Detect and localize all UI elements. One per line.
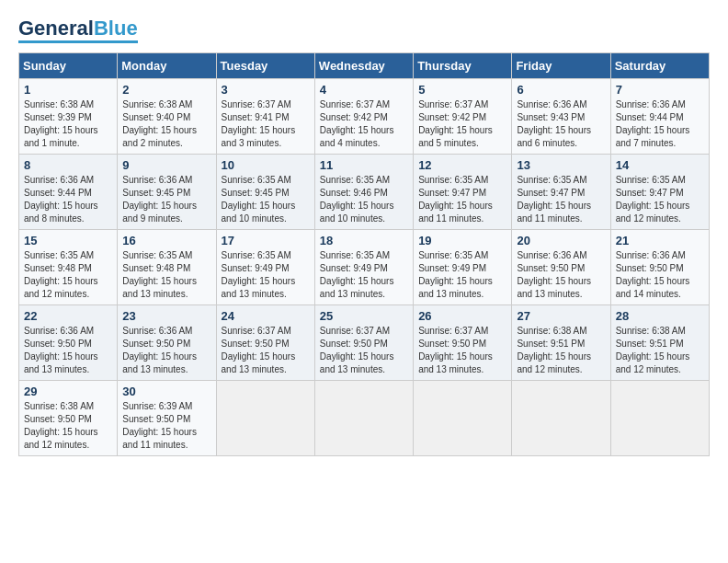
day-cell-10: 10Sunrise: 6:35 AMSunset: 9:45 PMDayligh…	[216, 155, 314, 230]
day-cell-4: 4Sunrise: 6:37 AMSunset: 9:42 PMDaylight…	[314, 79, 413, 155]
day-info: Sunrise: 6:39 AMSunset: 9:50 PMDaylight:…	[122, 400, 210, 452]
day-cell-22: 22Sunrise: 6:36 AMSunset: 9:50 PMDayligh…	[19, 305, 118, 381]
logo: GeneralBlue	[18, 18, 138, 43]
col-header-saturday: Saturday	[610, 53, 709, 79]
day-cell-20: 20Sunrise: 6:36 AMSunset: 9:50 PMDayligh…	[512, 230, 610, 305]
day-info: Sunrise: 6:35 AMSunset: 9:47 PMDaylight:…	[418, 174, 506, 225]
col-header-tuesday: Tuesday	[216, 53, 314, 79]
logo-blue: Blue	[94, 17, 138, 40]
col-header-thursday: Thursday	[414, 53, 512, 79]
day-number: 20	[517, 234, 605, 247]
day-info: Sunrise: 6:38 AMSunset: 9:51 PMDaylight:…	[616, 325, 704, 376]
empty-cell	[216, 381, 314, 456]
day-cell-14: 14Sunrise: 6:35 AMSunset: 9:47 PMDayligh…	[610, 155, 709, 230]
day-info: Sunrise: 6:35 AMSunset: 9:47 PMDaylight:…	[517, 174, 605, 225]
day-cell-16: 16Sunrise: 6:35 AMSunset: 9:48 PMDayligh…	[118, 230, 216, 305]
day-info: Sunrise: 6:35 AMSunset: 9:45 PMDaylight:…	[222, 174, 310, 225]
day-cell-7: 7Sunrise: 6:36 AMSunset: 9:44 PMDaylight…	[610, 79, 709, 155]
day-info: Sunrise: 6:36 AMSunset: 9:50 PMDaylight:…	[122, 325, 210, 376]
day-number: 18	[320, 234, 408, 247]
day-cell-18: 18Sunrise: 6:35 AMSunset: 9:49 PMDayligh…	[314, 230, 413, 305]
day-number: 6	[517, 83, 605, 97]
day-number: 22	[24, 309, 112, 323]
day-info: Sunrise: 6:37 AMSunset: 9:42 PMDaylight:…	[320, 98, 408, 150]
day-cell-9: 9Sunrise: 6:36 AMSunset: 9:45 PMDaylight…	[118, 155, 216, 230]
day-cell-25: 25Sunrise: 6:37 AMSunset: 9:50 PMDayligh…	[314, 305, 413, 381]
week-row-3: 15Sunrise: 6:35 AMSunset: 9:48 PMDayligh…	[19, 230, 710, 305]
day-cell-12: 12Sunrise: 6:35 AMSunset: 9:47 PMDayligh…	[414, 155, 512, 230]
empty-cell	[512, 381, 610, 456]
day-number: 17	[222, 234, 310, 247]
day-number: 15	[24, 234, 112, 247]
day-number: 3	[222, 83, 310, 97]
day-number: 26	[418, 309, 506, 323]
day-cell-2: 2Sunrise: 6:38 AMSunset: 9:40 PMDaylight…	[118, 79, 216, 155]
day-number: 5	[418, 83, 506, 97]
day-info: Sunrise: 6:35 AMSunset: 9:48 PMDaylight:…	[122, 249, 210, 301]
day-info: Sunrise: 6:37 AMSunset: 9:50 PMDaylight:…	[222, 325, 310, 376]
day-number: 7	[616, 83, 704, 97]
day-cell-6: 6Sunrise: 6:36 AMSunset: 9:43 PMDaylight…	[512, 79, 610, 155]
day-info: Sunrise: 6:38 AMSunset: 9:40 PMDaylight:…	[122, 98, 210, 150]
day-cell-23: 23Sunrise: 6:36 AMSunset: 9:50 PMDayligh…	[118, 305, 216, 381]
day-info: Sunrise: 6:37 AMSunset: 9:50 PMDaylight:…	[418, 325, 506, 376]
day-cell-1: 1Sunrise: 6:38 AMSunset: 9:39 PMDaylight…	[19, 79, 118, 155]
logo-line	[18, 40, 138, 43]
day-info: Sunrise: 6:35 AMSunset: 9:46 PMDaylight:…	[320, 174, 408, 225]
day-number: 23	[122, 309, 210, 323]
day-info: Sunrise: 6:35 AMSunset: 9:49 PMDaylight:…	[418, 249, 506, 301]
day-number: 9	[122, 158, 210, 172]
day-number: 24	[222, 309, 310, 323]
day-number: 28	[616, 309, 704, 323]
day-number: 16	[122, 234, 210, 247]
day-number: 19	[418, 234, 506, 247]
day-number: 2	[122, 83, 210, 97]
day-cell-27: 27Sunrise: 6:38 AMSunset: 9:51 PMDayligh…	[512, 305, 610, 381]
day-cell-28: 28Sunrise: 6:38 AMSunset: 9:51 PMDayligh…	[610, 305, 709, 381]
day-info: Sunrise: 6:37 AMSunset: 9:41 PMDaylight:…	[222, 98, 310, 150]
day-number: 30	[122, 385, 210, 398]
day-cell-11: 11Sunrise: 6:35 AMSunset: 9:46 PMDayligh…	[314, 155, 413, 230]
day-number: 13	[517, 158, 605, 172]
day-info: Sunrise: 6:36 AMSunset: 9:50 PMDaylight:…	[517, 249, 605, 301]
day-info: Sunrise: 6:36 AMSunset: 9:45 PMDaylight:…	[122, 174, 210, 225]
col-header-friday: Friday	[512, 53, 610, 79]
day-number: 10	[222, 158, 310, 172]
day-cell-19: 19Sunrise: 6:35 AMSunset: 9:49 PMDayligh…	[414, 230, 512, 305]
day-cell-3: 3Sunrise: 6:37 AMSunset: 9:41 PMDaylight…	[216, 79, 314, 155]
header-row: SundayMondayTuesdayWednesdayThursdayFrid…	[19, 53, 710, 79]
day-cell-17: 17Sunrise: 6:35 AMSunset: 9:49 PMDayligh…	[216, 230, 314, 305]
day-number: 29	[24, 385, 112, 398]
day-number: 4	[320, 83, 408, 97]
day-number: 1	[24, 83, 112, 97]
day-cell-24: 24Sunrise: 6:37 AMSunset: 9:50 PMDayligh…	[216, 305, 314, 381]
day-number: 27	[517, 309, 605, 323]
day-number: 14	[616, 158, 704, 172]
week-row-2: 8Sunrise: 6:36 AMSunset: 9:44 PMDaylight…	[19, 155, 710, 230]
day-cell-5: 5Sunrise: 6:37 AMSunset: 9:42 PMDaylight…	[414, 79, 512, 155]
empty-cell	[610, 381, 709, 456]
week-row-1: 1Sunrise: 6:38 AMSunset: 9:39 PMDaylight…	[19, 79, 710, 155]
week-row-5: 29Sunrise: 6:38 AMSunset: 9:50 PMDayligh…	[19, 381, 710, 456]
day-info: Sunrise: 6:37 AMSunset: 9:50 PMDaylight:…	[320, 325, 408, 376]
day-number: 25	[320, 309, 408, 323]
day-info: Sunrise: 6:35 AMSunset: 9:49 PMDaylight:…	[320, 249, 408, 301]
day-info: Sunrise: 6:36 AMSunset: 9:50 PMDaylight:…	[24, 325, 112, 376]
day-info: Sunrise: 6:36 AMSunset: 9:44 PMDaylight:…	[616, 98, 704, 150]
logo-general: General	[18, 17, 94, 40]
col-header-sunday: Sunday	[19, 53, 118, 79]
col-header-monday: Monday	[118, 53, 216, 79]
day-info: Sunrise: 6:38 AMSunset: 9:50 PMDaylight:…	[24, 400, 112, 452]
day-number: 11	[320, 158, 408, 172]
day-cell-30: 30Sunrise: 6:39 AMSunset: 9:50 PMDayligh…	[118, 381, 216, 456]
day-number: 12	[418, 158, 506, 172]
day-info: Sunrise: 6:36 AMSunset: 9:50 PMDaylight:…	[616, 249, 704, 301]
day-number: 21	[616, 234, 704, 247]
day-info: Sunrise: 6:36 AMSunset: 9:44 PMDaylight:…	[24, 174, 112, 225]
day-info: Sunrise: 6:37 AMSunset: 9:42 PMDaylight:…	[418, 98, 506, 150]
day-cell-21: 21Sunrise: 6:36 AMSunset: 9:50 PMDayligh…	[610, 230, 709, 305]
page-header: GeneralBlue	[18, 18, 710, 43]
empty-cell	[414, 381, 512, 456]
day-info: Sunrise: 6:35 AMSunset: 9:48 PMDaylight:…	[24, 249, 112, 301]
logo-text: GeneralBlue	[18, 18, 138, 39]
